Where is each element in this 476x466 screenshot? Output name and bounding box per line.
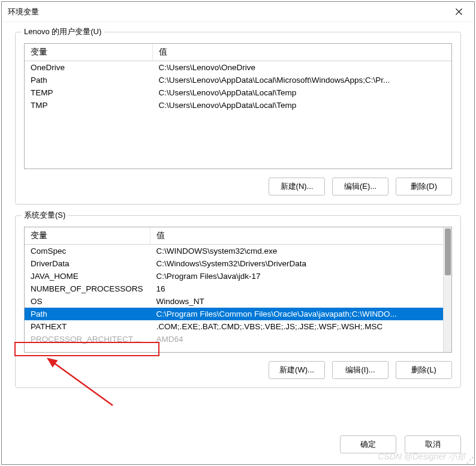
resize-grip-icon[interactable]: ⋰ bbox=[466, 456, 475, 465]
table-row[interactable]: DriverData C:\Windows\System32\Drivers\D… bbox=[25, 257, 443, 270]
cell-value: C:\Users\Lenovo\AppData\Local\Temp bbox=[153, 86, 451, 99]
system-delete-button[interactable]: 删除(L) bbox=[396, 361, 452, 379]
user-variables-table[interactable]: 变量 值 OneDrive C:\Users\Lenovo\OneDrive P… bbox=[25, 44, 451, 112]
cancel-button[interactable]: 取消 bbox=[405, 435, 461, 453]
table-row-selected-path[interactable]: Path C:\Program Files\Common Files\Oracl… bbox=[25, 308, 443, 320]
cell-variable: PATHEXT bbox=[25, 320, 150, 333]
user-variables-group: Lenovo 的用户变量(U) 变量 值 OneDrive bbox=[15, 32, 461, 205]
table-row[interactable]: JAVA_HOME C:\Program Files\Java\jdk-17 bbox=[25, 270, 443, 282]
cell-variable: ComSpec bbox=[25, 245, 150, 258]
user-header-value[interactable]: 值 bbox=[153, 44, 451, 61]
user-edit-button[interactable]: 编辑(E)... bbox=[332, 178, 388, 196]
close-icon bbox=[456, 8, 462, 15]
cell-variable: DriverData bbox=[25, 257, 150, 270]
user-delete-button[interactable]: 删除(D) bbox=[396, 178, 452, 196]
cell-value: C:\Program Files\Java\jdk-17 bbox=[150, 270, 443, 282]
system-new-button[interactable]: 新建(W)... bbox=[269, 361, 325, 379]
cell-value: .COM;.EXE;.BAT;.CMD;.VBS;.VBE;.JS;.JSE;.… bbox=[150, 320, 443, 333]
cell-value: AMD64 bbox=[150, 333, 443, 345]
cell-value: Windows_NT bbox=[150, 295, 443, 308]
env-variables-dialog: 环境变量 Lenovo 的用户变量(U) 变量 值 bbox=[1, 1, 475, 465]
cell-variable: NUMBER_OF_PROCESSORS bbox=[25, 282, 150, 295]
cell-variable: PROCESSOR_ARCHITECTURE bbox=[25, 333, 150, 345]
system-table-wrap: 变量 值 ComSpec C:\WINDOWS\system32\cmd.exe… bbox=[24, 227, 452, 353]
table-row[interactable]: TEMP C:\Users\Lenovo\AppData\Local\Temp bbox=[25, 86, 451, 99]
table-row[interactable]: ComSpec C:\WINDOWS\system32\cmd.exe bbox=[25, 245, 443, 258]
cell-value: C:\Users\Lenovo\AppData\Local\Temp bbox=[153, 99, 451, 112]
table-row[interactable]: OneDrive C:\Users\Lenovo\OneDrive bbox=[25, 61, 451, 74]
cell-value: 16 bbox=[150, 282, 443, 295]
user-button-row: 新建(N)... 编辑(E)... 删除(D) bbox=[24, 178, 452, 196]
cell-variable: OS bbox=[25, 295, 150, 308]
cell-variable: JAVA_HOME bbox=[25, 270, 150, 282]
cell-value: C:\WINDOWS\system32\cmd.exe bbox=[150, 245, 443, 258]
cell-value: C:\Users\Lenovo\OneDrive bbox=[153, 61, 451, 74]
cell-variable: Path bbox=[25, 308, 150, 320]
table-row[interactable]: OS Windows_NT bbox=[25, 295, 443, 308]
cell-value: C:\Users\Lenovo\AppData\Local\Microsoft\… bbox=[153, 74, 451, 86]
user-group-label: Lenovo 的用户变量(U) bbox=[22, 26, 104, 37]
cell-value: C:\Program Files\Common Files\Oracle\Jav… bbox=[150, 308, 443, 320]
cell-value: C:\Windows\System32\Drivers\DriverData bbox=[150, 257, 443, 270]
ok-button[interactable]: 确定 bbox=[340, 435, 396, 453]
user-header-variable[interactable]: 变量 bbox=[25, 44, 153, 61]
table-row[interactable]: TMP C:\Users\Lenovo\AppData\Local\Temp bbox=[25, 99, 451, 112]
system-header-variable[interactable]: 变量 bbox=[25, 227, 150, 245]
dialog-content: Lenovo 的用户变量(U) 变量 值 OneDrive bbox=[2, 22, 474, 432]
system-header-value[interactable]: 值 bbox=[150, 227, 443, 245]
system-edit-button[interactable]: 编辑(I)... bbox=[332, 361, 388, 379]
table-row[interactable]: PROCESSOR_ARCHITECTURE AMD64 bbox=[25, 333, 443, 345]
dialog-button-row: 确定 取消 bbox=[2, 432, 474, 464]
close-button[interactable] bbox=[449, 4, 468, 20]
cell-variable: TEMP bbox=[25, 86, 153, 99]
window-title: 环境变量 bbox=[8, 7, 449, 17]
user-table-wrap: 变量 值 OneDrive C:\Users\Lenovo\OneDrive P… bbox=[24, 43, 452, 169]
cell-variable: TMP bbox=[25, 99, 153, 112]
user-new-button[interactable]: 新建(N)... bbox=[269, 178, 325, 196]
table-row[interactable]: PATHEXT .COM;.EXE;.BAT;.CMD;.VBS;.VBE;.J… bbox=[25, 320, 443, 333]
system-scrollbar[interactable] bbox=[443, 227, 451, 352]
table-row[interactable]: Path C:\Users\Lenovo\AppData\Local\Micro… bbox=[25, 74, 451, 86]
system-group-label: 系统变量(S) bbox=[22, 210, 68, 221]
scrollbar-thumb[interactable] bbox=[445, 229, 451, 275]
cell-variable: Path bbox=[25, 74, 153, 86]
titlebar: 环境变量 bbox=[2, 2, 474, 22]
system-variables-table[interactable]: 变量 值 ComSpec C:\WINDOWS\system32\cmd.exe… bbox=[25, 227, 443, 345]
table-row[interactable]: NUMBER_OF_PROCESSORS 16 bbox=[25, 282, 443, 295]
cell-variable: OneDrive bbox=[25, 61, 153, 74]
system-button-row: 新建(W)... 编辑(I)... 删除(L) bbox=[24, 361, 452, 379]
system-variables-group: 系统变量(S) 变量 值 ComSpec C:\W bbox=[15, 215, 461, 388]
